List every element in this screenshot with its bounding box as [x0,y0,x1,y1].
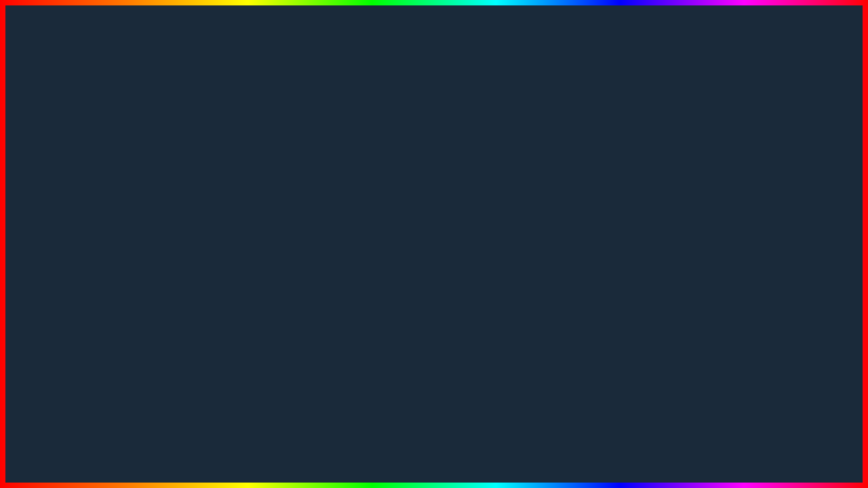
sidebar-misc-left[interactable]: Misc [75,344,125,360]
title-char-l: L [245,15,290,98]
redeem-all-codes-button[interactable]: Redeem All Codes [572,307,798,327]
select-boss-row[interactable]: Select Boss : ▼ [132,349,351,364]
fruit-banner-text: Bring All Fruit 75% Kick System [496,370,722,388]
char-legs [366,369,448,403]
auto-farm-bf-mastery-row: Auto Farm BF Mastery [132,266,351,283]
bf-label-left: BF [133,198,143,207]
sidebar-dungeon-right[interactable]: Dungeon [516,264,566,280]
kill-slider-container [132,323,351,333]
char-body [383,302,431,369]
sidebar-settings-right[interactable]: Settings [516,312,566,329]
panel-right-header: Chiba HuB | BF Blox Fruit [516,184,804,196]
auto-farm-bf-mastery-toggle[interactable] [323,269,345,280]
auto-dragon-talon-row: Auto Dragon Talon [132,234,351,250]
sidebar-shop-right[interactable]: Shop [516,296,566,312]
char-leg-right [409,369,428,403]
sidebar-shop-left[interactable]: Shop [75,311,125,327]
sidebar-devilfruit-right[interactable]: Devil Fruit [516,280,566,296]
sidebar-teleport-right[interactable]: Teleport [516,247,566,264]
panel-right: Chiba HuB | BF Blox Fruit Main Combat St… [514,182,806,371]
main-title: BLOX FRUITS [193,14,675,100]
dought-label: Dought [673,337,697,345]
kill-slider-fill [137,326,199,330]
sidebar-stats-right[interactable]: Stats [516,231,566,247]
color-bar-red [5,441,46,446]
auto-farm-level-toggle[interactable] [771,231,793,242]
bottom-pastebin: PASTEBIN [482,438,658,479]
sidebar-esp-left[interactable]: ESP [75,360,125,376]
sidebar-combat-right[interactable]: Combat [516,215,566,231]
auto-farm-gun-mastery-row: Auto Farm Gun Mastery [132,285,351,302]
sidebar-combat-left[interactable]: Combat [75,230,125,246]
separator-right: | [573,184,576,195]
title-char-u: U [511,15,563,98]
sidebar-stats-left[interactable]: Stats [75,246,125,262]
redeem-all-codes-label: Redeem All Codes [654,314,716,322]
sidebar-devilfruit-left[interactable]: Devil Fruit [75,295,125,311]
color-bar-green [5,447,46,453]
bottom-script: SCRIPT [342,438,472,479]
blox-fruit-label-right: Blox Fruit [595,186,627,195]
sidebar-teleport-left[interactable]: Teleport [75,262,125,279]
toggle-knob [335,289,344,298]
panel-right-content: Executor Time : 07/07/2022 [ ID ] Auto F… [567,196,804,364]
title-char-i: I [564,15,583,98]
char-head [387,264,427,302]
title-char-r: R [458,15,511,98]
auto-farm-level-label: Auto Farm Level [578,232,771,241]
refresh-weapon-button[interactable]: Refresh Weapon [572,284,798,304]
bf-label-right: BF [578,184,592,195]
panel-left-body: Main Combat Stats Teleport Dungeon Devil… [75,211,356,379]
title-char-x: X [347,15,395,98]
kill-at-percent-row: Kill At % 25 [132,304,351,321]
title-char-o: O [290,15,347,98]
title-char-t: T [583,15,627,98]
kill-at-value[interactable]: 25 [325,307,345,318]
auto-farm-gun-mastery-label: Auto Farm Gun Mastery [137,289,323,298]
select-boss-label: Select Boss : [137,352,180,361]
color-bars [5,441,46,454]
title-char-b: B [193,15,245,98]
sidebar-main-right[interactable]: Main [516,199,566,215]
auto-electric-claw-label: Auto Electric Claw [137,219,323,227]
panel-left-sidebar: Main Combat Stats Teleport Dungeon Devil… [75,211,126,379]
sidebar-dungeon-left[interactable]: Dungeon [75,279,125,295]
auto-farm-gun-mastery-toggle[interactable] [323,288,345,299]
refresh-weapon-label: Refresh Weapon [657,291,713,299]
auto-kaitan-row: Auto Kaitan [572,247,798,264]
fruit-banner-toggle[interactable] [772,369,813,388]
hub-label-left: HuB [106,198,123,207]
title-char-s: S [627,15,675,98]
kill-at-label: Kill At % [137,308,164,317]
kill-slider-thumb[interactable] [195,324,203,332]
kill-slider-track[interactable] [137,326,345,330]
auto-kaitan-toggle[interactable] [771,250,793,261]
sidebar-misc-right[interactable]: Misc [516,329,566,345]
chiba-label-left: Chiba [81,198,102,207]
weapon-dropdown-row[interactable]: Select Weapon : Electric Claw ▼ [572,266,798,281]
bosses-section-label: Bosses [132,336,351,346]
plus-button[interactable]: + [5,224,20,239]
auto-farm-bf-mastery-label: Auto Farm BF Mastery [137,270,323,279]
fruit-banner-toggle-knob [795,371,812,387]
weapon-dropdown-arrow-icon: ▼ [785,269,793,279]
toggle-knob [783,251,792,260]
title-char-f: F [414,15,458,98]
toggle-knob [335,218,344,228]
panel-left-content: Auto Electric Claw Auto Dragon Talon Mas… [126,211,356,379]
bottom-fruits: FRUITS [668,430,825,481]
char-leg-left [386,369,405,403]
panel-left: Chiba HuB | BF Blox Fruit Main Combat St… [73,193,358,386]
toggle-knob [783,232,792,241]
toggle-knob [335,237,344,247]
bottom-auto-farm: AUTO FARM [43,426,333,481]
mastery-section-label: Mastery [132,253,351,264]
dought-button[interactable]: Dought [572,330,798,350]
auto-dragon-talon-toggle[interactable] [323,237,345,247]
chiba-label-right: Chiba [516,184,545,195]
sidebar-settings-left[interactable]: Settings [75,327,125,344]
sidebar-main-left[interactable]: Main [75,214,125,230]
auto-electric-claw-toggle[interactable] [323,218,345,228]
bottom-text-bar: AUTO FARM SCRIPT PASTEBIN FRUITS [43,426,825,481]
blox-fruit-label-left: Blox Fruit [319,199,351,207]
